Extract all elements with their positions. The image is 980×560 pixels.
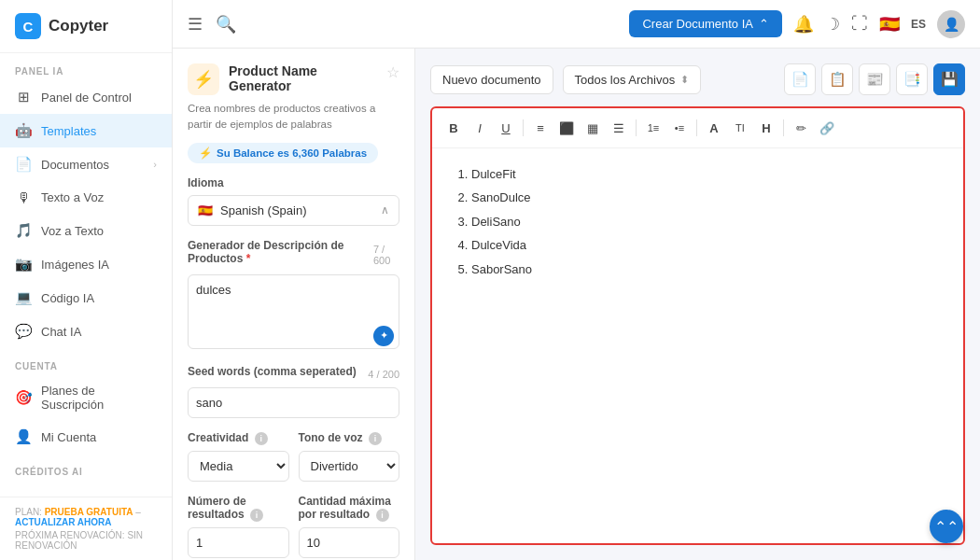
format-italic-button[interactable]: I xyxy=(468,116,492,140)
format-unordered-list-button[interactable]: •≡ xyxy=(667,116,692,140)
logo-text: Copyter xyxy=(49,17,108,35)
mi-cuenta-icon: 👤 xyxy=(15,428,32,445)
editor-btn-save[interactable]: 💾 xyxy=(933,63,965,95)
sidebar-item-chat-ia[interactable]: 💬 Chat IA xyxy=(0,315,172,348)
cantidad-input[interactable] xyxy=(299,527,400,558)
tono-select[interactable]: Formal Divertido Profesional xyxy=(299,451,400,482)
format-line-height-button[interactable]: TI xyxy=(728,116,752,140)
list-item: SaborSano xyxy=(471,259,945,280)
files-chevron-icon: ⬍ xyxy=(680,74,689,86)
logo-icon: C xyxy=(15,13,41,39)
num-resultados-input[interactable] xyxy=(188,527,289,558)
format-pencil-button[interactable]: ✏ xyxy=(789,116,813,140)
sidebar-item-label: Código IA xyxy=(41,291,157,305)
sidebar-item-documentos[interactable]: 📄 Documentos › xyxy=(0,147,172,181)
list-item: DeliSano xyxy=(471,211,945,232)
section-panel-label: PANEL IA xyxy=(0,53,172,80)
editor-btn-doc[interactable]: 📄 xyxy=(784,63,816,95)
num-resultados-info-icon[interactable]: i xyxy=(250,509,263,522)
desc-textarea[interactable]: dulces xyxy=(188,274,399,349)
plan-info: PLAN: PRUEBA GRATUITA – ACTUALIZAR AHORA xyxy=(15,507,157,527)
format-align-right-button[interactable]: ▦ xyxy=(581,116,605,140)
template-header: ⚡ Product Name Generator ☆ xyxy=(188,63,399,95)
topbar: ☰ 🔍 Crear Documento IA ⌃ 🔔 ☽ ⛶ 🇪🇸 ES 👤 xyxy=(173,0,980,49)
required-star: * xyxy=(246,252,251,265)
sidebar-item-voz-a-texto[interactable]: 🎵 Voz a Texto xyxy=(0,214,172,247)
crear-chevron-icon: ⌃ xyxy=(759,17,769,31)
menu-icon[interactable]: ☰ xyxy=(188,14,203,35)
creatividad-info-icon[interactable]: i xyxy=(255,432,268,445)
editor-btn-pages[interactable]: 📑 xyxy=(896,63,928,95)
editor-content[interactable]: DulceFit SanoDulce DeliSano DulceVida Sa… xyxy=(432,148,963,543)
scroll-top-button[interactable]: ⌃⌃ xyxy=(930,510,963,543)
editor-btn-newspaper[interactable]: 📰 xyxy=(859,63,890,95)
sidebar-item-label: Texto a Voz xyxy=(41,190,157,204)
sidebar-item-planes[interactable]: 🎯 Planes de Suscripción xyxy=(0,375,172,420)
idioma-group: Idioma 🇪🇸 Spanish (Spain) ∧ xyxy=(188,176,399,226)
idioma-select[interactable]: 🇪🇸 Spanish (Spain) ∧ xyxy=(188,195,399,226)
plan-action-link[interactable]: ACTUALIZAR AHORA xyxy=(15,517,112,527)
sidebar-item-templates[interactable]: 🤖 Templates xyxy=(0,114,172,147)
seed-words-group: Seed words (comma seperated) 4 / 200 xyxy=(188,365,399,418)
sidebar-item-label: Templates xyxy=(41,124,157,138)
plan-separator: – xyxy=(133,507,141,517)
editor-box: B I U ≡ ⬛ ▦ ☰ 1≡ •≡ A TI H ✏ xyxy=(430,106,965,545)
flag-icon: 🇪🇸 xyxy=(879,14,900,35)
template-title: Product Name Generator xyxy=(229,63,377,93)
cantidad-label: Cantidad máxima por resultado i xyxy=(299,495,400,522)
fmt-divider-1 xyxy=(523,119,524,136)
cantidad-info-icon[interactable]: i xyxy=(376,509,389,522)
format-link-button[interactable]: 🔗 xyxy=(815,116,839,140)
results-list: DulceFit SanoDulce DeliSano DulceVida Sa… xyxy=(451,163,945,280)
plan-name: PRUEBA GRATUITA xyxy=(45,507,133,517)
notification-icon[interactable]: 🔔 xyxy=(793,14,814,35)
expand-icon[interactable]: ⛶ xyxy=(851,14,868,34)
logo-area[interactable]: C Copyter xyxy=(0,0,172,53)
template-icon: ⚡ xyxy=(188,63,219,95)
list-item: DulceFit xyxy=(471,163,945,185)
number-results-row: Número de resultados i Cantidad máxima p… xyxy=(188,495,399,561)
dark-mode-icon[interactable]: ☽ xyxy=(825,14,840,35)
star-icon[interactable]: ☆ xyxy=(386,63,399,81)
avatar[interactable]: 👤 xyxy=(937,10,965,38)
format-bold-button[interactable]: B xyxy=(441,116,466,140)
desc-counter: 7 / 600 xyxy=(373,244,399,266)
seed-input[interactable] xyxy=(188,387,399,418)
format-align-left-button[interactable]: ≡ xyxy=(528,116,553,140)
ai-assist-icon[interactable]: ✦ xyxy=(373,326,394,346)
lang-label[interactable]: ES xyxy=(911,18,926,31)
format-font-size-button[interactable]: A xyxy=(702,116,726,140)
format-underline-button[interactable]: U xyxy=(494,116,518,140)
format-align-center-button[interactable]: ⬛ xyxy=(554,116,579,140)
idioma-value: Spanish (Spain) xyxy=(220,203,307,217)
idioma-chevron-icon: ∧ xyxy=(381,203,389,217)
template-description: Crea nombres de productos creativos a pa… xyxy=(188,101,399,133)
sidebar-item-codigo-ia[interactable]: 💻 Código IA xyxy=(0,281,172,315)
format-align-justify-button[interactable]: ☰ xyxy=(607,116,631,140)
list-item: DulceVida xyxy=(471,234,945,256)
editor-action-buttons: 📄 📋 📰 📑 💾 xyxy=(784,63,965,95)
files-select[interactable]: Todos los Archivos ⬍ xyxy=(563,65,702,94)
sidebar-item-texto-a-voz[interactable]: 🎙 Texto a Voz xyxy=(0,181,172,214)
imagenes-icon: 📷 xyxy=(15,256,32,273)
sidebar-item-mi-cuenta[interactable]: 👤 Mi Cuenta xyxy=(0,420,172,454)
sidebar-item-panel-control[interactable]: ⊞ Panel de Control xyxy=(0,80,172,114)
sidebar-item-label: Panel de Control xyxy=(41,91,157,105)
num-resultados-label: Número de resultados i xyxy=(188,495,289,522)
format-ordered-list-button[interactable]: 1≡ xyxy=(641,116,665,140)
editor-btn-copy[interactable]: 📋 xyxy=(821,63,853,95)
main-area: ☰ 🔍 Crear Documento IA ⌃ 🔔 ☽ ⛶ 🇪🇸 ES 👤 ⚡… xyxy=(173,0,980,560)
search-icon[interactable]: 🔍 xyxy=(216,14,236,35)
bolt-icon: ⚡ xyxy=(199,147,212,160)
doc-name-select[interactable]: Nuevo documento xyxy=(430,65,553,94)
fmt-divider-4 xyxy=(783,119,784,136)
sidebar-item-label: Documentos xyxy=(41,158,144,172)
creatividad-select[interactable]: Baja Media Alta xyxy=(188,451,289,482)
sidebar-item-label: Chat IA xyxy=(41,325,157,339)
descripcion-group: Generador de Descripción de Productos * … xyxy=(188,239,399,352)
tono-info-icon[interactable]: i xyxy=(369,432,382,445)
format-heading-button[interactable]: H xyxy=(754,116,778,140)
crear-documento-button[interactable]: Crear Documento IA ⌃ xyxy=(629,10,782,37)
list-item: SanoDulce xyxy=(471,187,945,208)
sidebar-item-imagenes-ia[interactable]: 📷 Imágenes IA xyxy=(0,247,172,281)
